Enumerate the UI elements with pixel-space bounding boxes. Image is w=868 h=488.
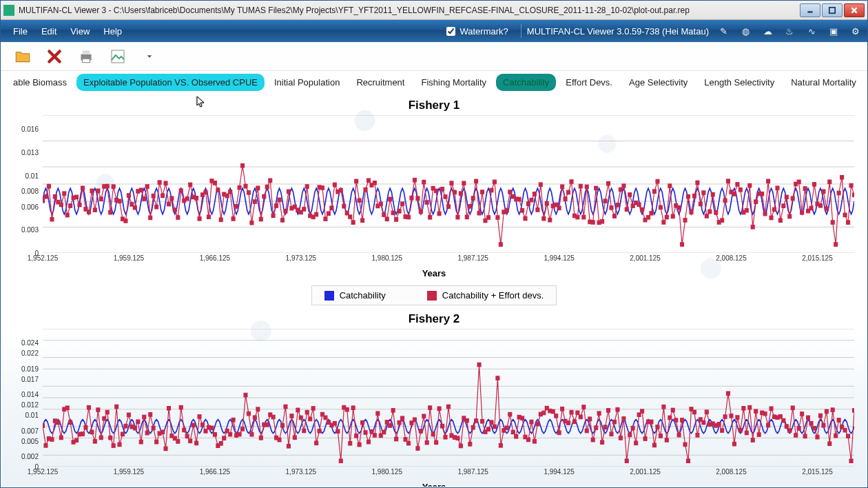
tab-age-selectivity[interactable]: Age Selectivity	[622, 74, 694, 91]
svg-rect-226	[689, 210, 693, 214]
svg-rect-497	[674, 418, 678, 423]
x-tick: 1,959.125	[114, 254, 145, 262]
svg-rect-373	[293, 435, 297, 440]
svg-rect-175	[533, 192, 537, 196]
svg-rect-138	[419, 210, 423, 214]
fish-icon[interactable]: ∿	[805, 25, 818, 37]
svg-rect-436	[486, 427, 490, 431]
menu-edit[interactable]: Edit	[34, 23, 63, 39]
svg-rect-359	[249, 432, 254, 437]
svg-rect-314	[112, 443, 116, 448]
image-button[interactable]	[108, 47, 127, 66]
svg-rect-38	[112, 184, 116, 189]
open-button[interactable]	[13, 47, 32, 66]
svg-rect-147	[446, 204, 451, 209]
svg-rect-458	[554, 414, 558, 418]
svg-rect-28	[81, 186, 85, 191]
x-tick: 1,980.125	[372, 468, 403, 476]
svg-rect-429	[465, 418, 469, 423]
svg-rect-416	[425, 440, 429, 445]
svg-rect-149	[453, 190, 457, 195]
svg-rect-550	[837, 418, 841, 423]
svg-rect-274	[837, 191, 841, 196]
svg-rect-378	[308, 417, 312, 422]
svg-rect-544	[818, 414, 823, 418]
svg-rect-400	[375, 411, 380, 416]
svg-rect-380	[314, 440, 318, 445]
tab-length-selectivity[interactable]: Length Selectivity	[697, 74, 781, 91]
svg-rect-210	[640, 207, 644, 212]
svg-rect-57	[169, 196, 174, 201]
x-tick: 1,966.125	[200, 254, 231, 262]
tab-recruitment[interactable]: Recruitment	[349, 74, 411, 91]
svg-rect-91	[274, 203, 278, 208]
svg-rect-279	[852, 192, 854, 197]
menu-file[interactable]: File	[6, 23, 34, 39]
window-icon[interactable]: ▣	[827, 25, 840, 37]
cloud-icon[interactable]: ☁	[761, 25, 774, 37]
watermark-checkbox[interactable]	[446, 27, 455, 36]
minimize-button[interactable]	[800, 3, 820, 17]
menu-view[interactable]: View	[63, 23, 96, 39]
svg-rect-548	[831, 407, 835, 412]
svg-rect-82	[247, 190, 251, 195]
menu-help[interactable]: Help	[96, 23, 129, 39]
pencil-icon[interactable]: ✎	[717, 25, 730, 37]
toolbar	[1, 42, 867, 71]
svg-rect-527	[766, 423, 770, 428]
tab-effort-devs-[interactable]: Effort Devs.	[559, 74, 619, 91]
drop-icon[interactable]: ♨	[783, 25, 796, 37]
tab-exploitable-population-vs-observed-cpue[interactable]: Exploitable Population VS. Observed CPUE	[76, 74, 265, 91]
svg-rect-360	[253, 415, 257, 420]
svg-rect-503	[692, 410, 696, 415]
legend-label-s1: Catchability	[340, 290, 386, 301]
tab-natural-mortality[interactable]: Natural Mortality	[784, 74, 863, 91]
chart-title: Fishery 1	[1, 97, 867, 115]
svg-rect-78	[234, 204, 238, 209]
print-button[interactable]	[76, 47, 96, 66]
svg-rect-537	[797, 426, 801, 431]
svg-rect-528	[769, 406, 774, 411]
svg-rect-496	[671, 408, 675, 413]
gear-icon[interactable]: ⚙	[849, 25, 862, 37]
svg-rect-328	[154, 440, 158, 445]
globe-icon[interactable]: ◍	[739, 25, 752, 37]
maximize-button[interactable]	[822, 3, 843, 17]
svg-rect-191	[581, 215, 586, 220]
tab-fishing-mortality[interactable]: Fishing Mortality	[414, 74, 493, 91]
svg-rect-251	[766, 179, 770, 184]
delete-button[interactable]	[45, 47, 64, 66]
chart-plot: 00.0020.0050.0070.010.0120.0140.0170.019…	[43, 329, 854, 467]
svg-rect-204	[621, 183, 626, 188]
svg-rect-219	[668, 183, 672, 188]
svg-rect-361	[256, 407, 260, 411]
svg-rect-394	[358, 443, 362, 447]
close-button[interactable]	[844, 3, 865, 17]
svg-rect-72	[216, 187, 220, 192]
svg-rect-447	[520, 416, 524, 420]
svg-rect-75	[225, 194, 229, 199]
svg-rect-107	[323, 216, 327, 221]
svg-rect-481	[625, 458, 629, 463]
dropdown-caret-icon[interactable]	[140, 47, 159, 66]
svg-rect-419	[434, 440, 438, 445]
tab-initial-population[interactable]: Initial Population	[267, 74, 347, 91]
svg-rect-269	[821, 189, 825, 194]
svg-rect-146	[443, 194, 447, 199]
svg-rect-452	[535, 422, 539, 427]
svg-rect-151	[459, 191, 463, 196]
tab-catchability[interactable]: Catchability	[496, 74, 556, 91]
svg-rect-484	[634, 440, 638, 445]
svg-rect-417	[428, 405, 432, 410]
svg-rect-206	[628, 192, 632, 197]
svg-rect-95	[287, 190, 291, 194]
svg-rect-473	[600, 440, 604, 445]
svg-rect-50	[148, 216, 152, 221]
svg-rect-347	[213, 432, 217, 437]
divider	[521, 24, 521, 38]
svg-rect-507	[705, 409, 709, 414]
watermark-toggle[interactable]: Watermark?	[440, 26, 515, 37]
svg-rect-24	[68, 203, 72, 208]
tab-able-biomass[interactable]: able Biomass	[6, 74, 74, 91]
svg-rect-423	[446, 405, 451, 409]
